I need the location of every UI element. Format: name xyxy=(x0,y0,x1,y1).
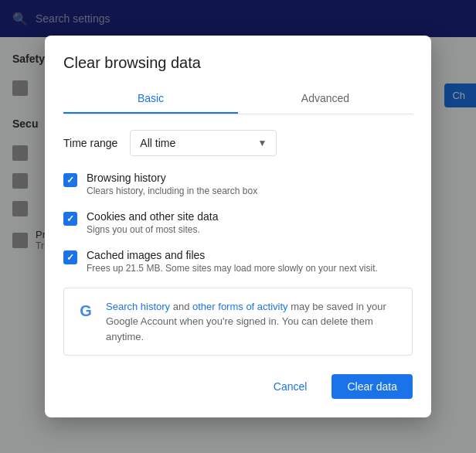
google-logo: G xyxy=(75,301,97,322)
checkbox-label-cookies: Cookies and other site data xyxy=(87,210,218,223)
checkmark-icon: ✓ xyxy=(66,175,74,186)
checkbox-label-browsing-history: Browsing history xyxy=(87,172,257,184)
dialog-actions: Cancel Clear data xyxy=(63,374,413,399)
google-account-info-box: G Search history and other forms of acti… xyxy=(63,288,413,356)
other-activity-link[interactable]: other forms of activity xyxy=(192,301,288,312)
clear-browsing-data-dialog: Clear browsing data Basic Advanced Time … xyxy=(45,36,431,418)
modal-overlay: Clear browsing data Basic Advanced Time … xyxy=(0,0,476,453)
info-text-and: and xyxy=(173,301,192,312)
tab-basic[interactable]: Basic xyxy=(63,84,238,114)
checkmark-icon: ✓ xyxy=(66,252,74,263)
dialog-title: Clear browsing data xyxy=(63,54,413,72)
checkbox-browsing-history: ✓ Browsing history Clears history, inclu… xyxy=(63,172,413,196)
search-history-link[interactable]: Search history xyxy=(106,301,170,312)
cancel-button[interactable]: Cancel xyxy=(258,374,323,399)
checkbox-input-cookies[interactable]: ✓ xyxy=(63,212,77,226)
checkmark-icon: ✓ xyxy=(66,213,74,224)
checkbox-sub-browsing-history: Clears history, including in the search … xyxy=(87,186,257,196)
checkbox-label-cached: Cached images and files xyxy=(87,249,378,261)
time-range-value: All time xyxy=(140,137,175,149)
time-range-row: Time range All time ▼ xyxy=(63,130,413,156)
time-range-label: Time range xyxy=(63,137,117,149)
checkbox-cookies: ✓ Cookies and other site data Signs you … xyxy=(63,210,413,235)
tab-advanced[interactable]: Advanced xyxy=(238,84,413,114)
checkbox-cached-images: ✓ Cached images and files Frees up 21.5 … xyxy=(63,249,413,274)
checkbox-sub-cookies: Signs you out of most sites. xyxy=(87,224,218,235)
chevron-down-icon: ▼ xyxy=(257,138,267,148)
clear-data-button[interactable]: Clear data xyxy=(332,374,413,399)
time-range-select[interactable]: All time ▼ xyxy=(130,130,277,156)
dialog-tabs: Basic Advanced xyxy=(63,84,413,114)
info-text: Search history and other forms of activi… xyxy=(106,299,401,345)
checkbox-sub-cached: Frees up 21.5 MB. Some sites may load mo… xyxy=(87,263,378,274)
checkbox-input-cached[interactable]: ✓ xyxy=(63,250,77,264)
checkbox-input-browsing-history[interactable]: ✓ xyxy=(63,173,77,187)
